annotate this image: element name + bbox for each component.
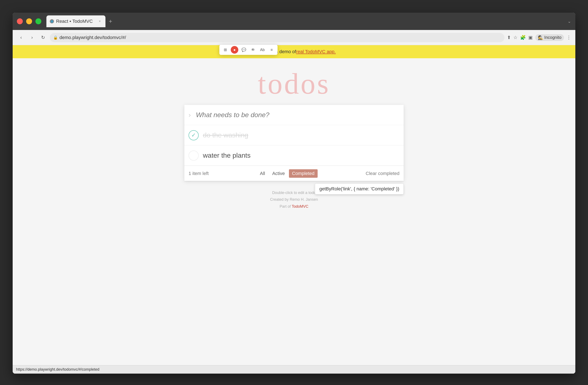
back-button[interactable]: ‹ — [17, 33, 25, 42]
pw-comment-icon[interactable]: 💬 — [240, 46, 248, 54]
app-title: todos — [258, 67, 330, 101]
nav-actions: ⬆ ☆ 🧩 ▣ 🕵 Incognito ⋮ — [507, 34, 571, 41]
sidebar-icon[interactable]: ▣ — [528, 35, 533, 40]
bookmark-icon[interactable]: ☆ — [513, 35, 518, 40]
demo-banner: This is just a demo of real TodoMVC app. — [13, 45, 575, 58]
footer-line1: Double-click to edit a todo — [270, 189, 318, 196]
todo-app: › ✓ do the washing water the plants 1 it… — [184, 105, 404, 181]
lock-icon: 🔒 — [53, 35, 58, 40]
todomvc-link[interactable]: TodoMVC — [292, 204, 308, 208]
incognito-icon: 🕵 — [538, 35, 543, 40]
pw-grid-icon[interactable]: ⊞ — [221, 46, 229, 54]
maximize-button[interactable] — [35, 18, 41, 24]
tab-close-button[interactable]: × — [97, 19, 102, 24]
incognito-badge: 🕵 Incognito — [535, 34, 564, 41]
pw-record-button[interactable]: ● — [231, 46, 238, 54]
status-bar: https://demo.playwright.dev/todomvc/#/co… — [13, 365, 575, 374]
tab-dropdown-button[interactable]: ⌄ — [567, 19, 571, 24]
new-todo-input[interactable] — [194, 109, 399, 120]
banner-link[interactable]: real TodoMVC app. — [296, 49, 336, 54]
filter-links: All Active Completed — [257, 169, 318, 178]
minimize-button[interactable] — [26, 18, 32, 24]
page-footer: Double-click to edit a todo Created by R… — [270, 189, 318, 210]
title-bar: 🌐 React • TodoMVC × + ⌄ — [13, 13, 575, 30]
filter-completed-link[interactable]: Completed — [289, 169, 318, 178]
playwright-toolbar: ⊞ ● 💬 👁 Ab ≡ — [219, 45, 277, 55]
browser-window: 🌐 React • TodoMVC × + ⌄ ‹ › ↻ 🔒 demo.pla… — [13, 13, 575, 374]
address-bar[interactable]: 🔒 demo.playwright.dev/todomvc/#/ — [50, 33, 504, 42]
close-button[interactable] — [17, 18, 23, 24]
traffic-lights — [17, 18, 41, 24]
todo-checkbox-2[interactable] — [189, 151, 199, 161]
active-tab[interactable]: 🌐 React • TodoMVC × — [46, 15, 105, 27]
forward-button[interactable]: › — [28, 33, 36, 42]
todo-footer: 1 item left All Active Completed Clear c… — [184, 166, 404, 181]
pw-ab-icon[interactable]: Ab — [259, 46, 266, 54]
pw-text-icon[interactable]: ≡ — [268, 46, 275, 54]
new-tab-button[interactable]: + — [106, 17, 115, 25]
toggle-all-button[interactable]: › — [189, 111, 191, 119]
extension-icon[interactable]: 🧩 — [520, 35, 526, 40]
checkmark-icon: ✓ — [191, 132, 196, 138]
footer-line2: Created by Remo H. Jansen — [270, 196, 318, 203]
status-url: https://demo.playwright.dev/todomvc/#/co… — [16, 367, 99, 372]
new-todo-row: › — [184, 105, 404, 125]
todo-label-2: water the plants — [203, 152, 399, 159]
playwright-tooltip: getByRole('link', { name: 'Completed' }) — [315, 183, 404, 194]
tab-favicon: 🌐 — [50, 19, 54, 23]
footer-line3: Part of TodoMVC — [270, 203, 318, 210]
menu-icon[interactable]: ⋮ — [567, 35, 571, 40]
reload-button[interactable]: ↻ — [39, 33, 47, 42]
page-content: This is just a demo of real TodoMVC app.… — [13, 45, 575, 374]
todo-item: water the plants — [184, 145, 404, 166]
incognito-label: Incognito — [544, 35, 561, 40]
filter-all-link[interactable]: All — [257, 169, 268, 178]
pw-eye-icon[interactable]: 👁 — [249, 46, 257, 54]
todo-item: ✓ do the washing — [184, 125, 404, 145]
share-icon[interactable]: ⬆ — [507, 35, 511, 40]
url-text: demo.playwright.dev/todomvc/#/ — [60, 35, 126, 40]
nav-bar: ‹ › ↻ 🔒 demo.playwright.dev/todomvc/#/ ⬆… — [13, 30, 575, 45]
todo-checkbox-1[interactable]: ✓ — [189, 130, 199, 140]
clear-completed-button[interactable]: Clear completed — [366, 171, 399, 176]
filter-active-link[interactable]: Active — [269, 169, 288, 178]
tab-bar: 🌐 React • TodoMVC × + — [46, 15, 564, 27]
items-left-count: 1 item left — [189, 171, 209, 176]
tab-title: React • TodoMVC — [56, 19, 95, 24]
todo-label-1: do the washing — [203, 131, 399, 139]
tooltip-text: getByRole('link', { name: 'Completed' }) — [319, 186, 399, 191]
